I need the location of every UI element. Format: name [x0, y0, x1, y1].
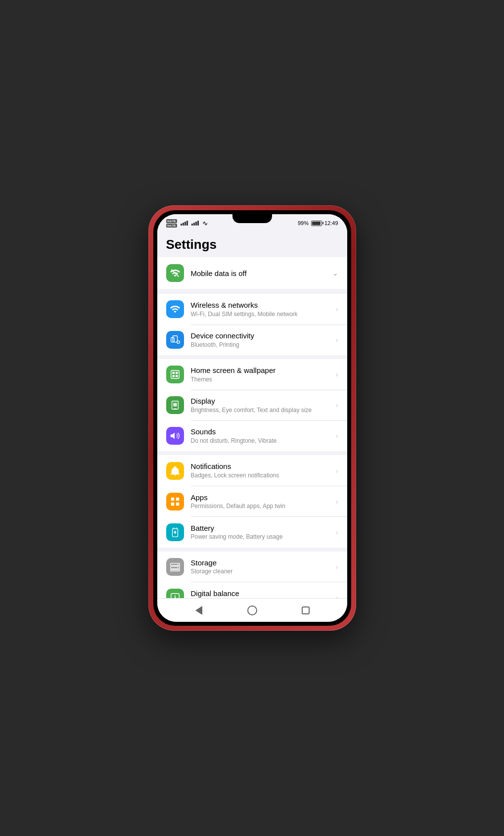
- apps-icon-svg: [170, 496, 181, 507]
- apps-chevron-icon: ›: [336, 498, 338, 506]
- connectivity-title: Device connectivity: [191, 331, 332, 341]
- homescreen-icon-svg: [170, 369, 181, 380]
- status-left: VoLTE VoLTE ∿: [166, 219, 208, 228]
- battery-percent: 99%: [298, 220, 309, 226]
- volte-badges: VoLTE VoLTE: [166, 219, 177, 228]
- svg-rect-8: [175, 375, 178, 377]
- nav-bar: [157, 598, 347, 622]
- home-icon: [247, 605, 257, 615]
- homescreen-icon: [166, 366, 184, 383]
- phone-device: VoLTE VoLTE ∿: [148, 205, 356, 631]
- recent-button[interactable]: [298, 603, 313, 618]
- wireless-title: Wireless & networks: [191, 300, 332, 310]
- bar1: [181, 224, 182, 226]
- svg-point-23: [177, 564, 178, 565]
- wifi-status-icon: ∿: [202, 220, 208, 227]
- back-button[interactable]: [191, 603, 206, 618]
- digital-balance-title: Digital balance: [191, 589, 332, 598]
- battery-icon: [311, 221, 322, 226]
- volte-badge-1: VoLTE: [166, 219, 177, 223]
- settings-item-display[interactable]: Display Brightness, Eye comfort, Text an…: [157, 390, 347, 420]
- apps-subtitle: Permissions, Default apps, App twin: [191, 503, 332, 511]
- bar4: [186, 221, 188, 226]
- battery-fill: [312, 222, 321, 225]
- battery-icon-svg: [170, 527, 181, 538]
- settings-item-battery[interactable]: Battery Power saving mode, Battery usage…: [157, 517, 347, 548]
- settings-item-connectivity[interactable]: Device connectivity Bluetooth, Printing …: [157, 325, 347, 355]
- sounds-icon: [166, 427, 184, 445]
- connectivity-subtitle: Bluetooth, Printing: [191, 341, 332, 349]
- digital-balance-icon: [166, 589, 184, 598]
- signal-bars-2: [191, 221, 199, 226]
- svg-rect-6: [175, 372, 178, 374]
- battery-title: Battery: [191, 523, 332, 533]
- apps-title: Apps: [191, 493, 332, 503]
- display-icon: [166, 396, 184, 414]
- battery-subtitle: Power saving mode, Battery usage: [191, 533, 332, 541]
- sounds-chevron-icon: ›: [336, 432, 338, 440]
- settings-item-digital-balance[interactable]: Digital balance Screen time management ›: [157, 582, 347, 598]
- display-text: Display Brightness, Eye comfort, Text an…: [191, 396, 332, 414]
- notifications-icon: [166, 462, 184, 480]
- settings-item-storage[interactable]: Storage Storage cleaner ›: [157, 552, 347, 582]
- connectivity-icon-svg: [170, 334, 181, 345]
- page-title: Settings: [157, 230, 347, 257]
- bar3: [184, 222, 186, 226]
- notifications-text: Notifications Badges, Lock screen notifi…: [191, 462, 332, 479]
- sounds-subtitle: Do not disturb, Ringtone, Vibrate: [191, 437, 332, 445]
- connectivity-icon: [166, 331, 184, 349]
- settings-item-apps[interactable]: Apps Permissions, Default apps, App twin…: [157, 486, 347, 517]
- display-title: Display: [191, 396, 332, 406]
- notifications-icon-svg: [170, 465, 181, 476]
- settings-item-homescreen[interactable]: Home screen & wallpaper Themes ›: [157, 359, 347, 390]
- settings-item-sounds[interactable]: Sounds Do not disturb, Ringtone, Vibrate…: [157, 420, 347, 451]
- apps-icon: [166, 493, 184, 511]
- svg-marker-12: [170, 433, 174, 439]
- notifications-subtitle: Badges, Lock screen notifications: [191, 472, 332, 480]
- mobile-data-icon: [166, 264, 184, 282]
- screen: VoLTE VoLTE ∿: [157, 214, 347, 622]
- homescreen-subtitle: Themes: [191, 376, 332, 384]
- bar2: [183, 223, 184, 226]
- battery-text: Battery Power saving mode, Battery usage: [191, 523, 332, 541]
- wifi-icon-svg: [170, 304, 181, 315]
- svg-rect-22: [170, 569, 179, 571]
- settings-group-display: Home screen & wallpaper Themes ›: [157, 359, 347, 451]
- mobile-data-chevron-icon: ⌄: [332, 269, 338, 277]
- wireless-chevron-icon: ›: [336, 305, 338, 313]
- notch: [232, 214, 272, 223]
- svg-point-26: [175, 597, 176, 598]
- bar2b: [193, 223, 195, 226]
- connectivity-text: Device connectivity Bluetooth, Printing: [191, 331, 332, 349]
- digital-balance-icon-svg: [170, 592, 181, 598]
- homescreen-title: Home screen & wallpaper: [191, 366, 332, 375]
- apps-text: Apps Permissions, Default apps, App twin: [191, 493, 332, 511]
- sounds-text: Sounds Do not disturb, Ringtone, Vibrate: [191, 427, 332, 445]
- sounds-title: Sounds: [191, 427, 332, 437]
- sounds-icon-svg: [170, 430, 181, 441]
- svg-point-24: [177, 567, 178, 568]
- mobile-data-svg: [170, 268, 181, 279]
- display-chevron-icon: ›: [336, 401, 338, 409]
- bar3b: [195, 222, 197, 226]
- homescreen-chevron-icon: ›: [336, 371, 338, 378]
- notifications-title: Notifications: [191, 462, 332, 471]
- wireless-subtitle: Wi-Fi, Dual SIM settings, Mobile network: [191, 311, 332, 319]
- storage-text: Storage Storage cleaner: [191, 558, 332, 576]
- mobile-data-banner[interactable]: Mobile data is off ⌄: [157, 257, 347, 289]
- svg-rect-15: [171, 502, 174, 505]
- back-icon: [195, 606, 202, 615]
- notifications-chevron-icon: ›: [336, 467, 338, 475]
- svg-rect-14: [176, 497, 179, 500]
- storage-subtitle: Storage cleaner: [191, 568, 332, 576]
- settings-item-wireless[interactable]: Wireless & networks Wi-Fi, Dual SIM sett…: [157, 294, 347, 325]
- storage-icon-svg: [170, 561, 181, 572]
- volte-badge-2: VoLTE: [166, 224, 177, 228]
- storage-chevron-icon: ›: [336, 563, 338, 571]
- svg-rect-7: [172, 375, 175, 377]
- settings-content: Settings Mobile data is off ⌄: [157, 230, 347, 598]
- svg-rect-4: [171, 371, 179, 379]
- settings-item-notifications[interactable]: Notifications Badges, Lock screen notifi…: [157, 455, 347, 486]
- home-button[interactable]: [245, 603, 260, 618]
- battery-body: [311, 221, 322, 226]
